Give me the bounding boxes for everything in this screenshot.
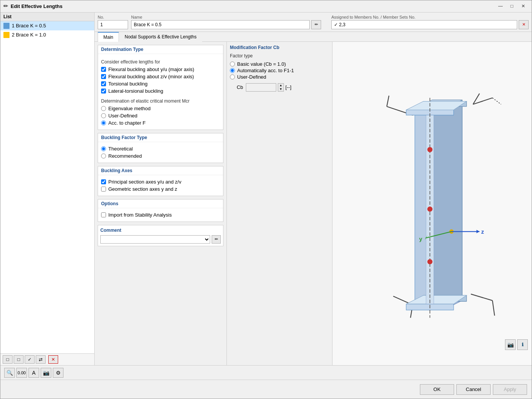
cancel-button[interactable]: Cancel bbox=[456, 384, 491, 395]
dialog-body: List 1 Brace K = 0.5 2 Brace K = 1.0 □ bbox=[0, 13, 532, 399]
radio-basic-value-input[interactable] bbox=[230, 62, 235, 66]
radio-acc-chapter-input[interactable] bbox=[101, 120, 106, 125]
maximize-button[interactable]: □ bbox=[507, 2, 517, 10]
modification-factor-section: Modification Factor Cb Factor type Basic… bbox=[227, 42, 332, 365]
comment-section: Comment ✏ bbox=[98, 225, 223, 246]
radio-user-defined-input[interactable] bbox=[101, 113, 106, 118]
check-geometric-axes-label: Geometric section axes y and z bbox=[108, 186, 177, 192]
ok-button[interactable]: OK bbox=[420, 384, 454, 395]
consider-label: Consider effective lengths for bbox=[101, 59, 220, 65]
list-copy-button[interactable]: □ bbox=[14, 355, 24, 364]
titlebar: ✏ Edit Effective Lengths — □ ✕ bbox=[0, 0, 532, 13]
list-item-icon-blue bbox=[3, 23, 10, 29]
check-torsional: Torsional buckling bbox=[101, 80, 220, 87]
dialog-footer: OK Cancel Apply bbox=[0, 380, 532, 399]
bottom-app-bar: 🔍 0.00 A 📷 ⚙ bbox=[0, 365, 532, 380]
svg-text:z: z bbox=[481, 229, 484, 235]
tab-content: Determination Type Consider effective le… bbox=[95, 42, 532, 365]
comment-select[interactable] bbox=[100, 235, 210, 244]
settings-button[interactable]: ⚙ bbox=[53, 368, 63, 378]
check-label-lateral: Lateral-torsional buckling bbox=[108, 88, 163, 94]
beam-svg: y z bbox=[332, 42, 532, 365]
assigned-input[interactable] bbox=[331, 20, 517, 29]
svg-point-24 bbox=[428, 206, 433, 212]
check-label-flexural-y: Flexural buckling about y/u (major axis) bbox=[108, 66, 194, 72]
checkbox-flexural-z[interactable] bbox=[101, 74, 106, 79]
list-add-button[interactable]: □ bbox=[3, 355, 13, 364]
check-label-flexural-z: Flexural buckling about z/v (minor axis) bbox=[108, 74, 194, 79]
font-button[interactable]: A bbox=[28, 368, 39, 378]
screenshot-button[interactable]: 📷 bbox=[41, 368, 51, 378]
name-input[interactable] bbox=[131, 20, 310, 29]
radio-eigenvalue-label: Eigenvalue method bbox=[108, 106, 150, 111]
check-label-torsional: Torsional buckling bbox=[108, 81, 147, 87]
checkbox-flexural-y[interactable] bbox=[101, 67, 106, 72]
list-item[interactable]: 2 Brace K = 1.0 bbox=[0, 30, 94, 40]
tab-main[interactable]: Main bbox=[98, 32, 119, 42]
view-toolbar: 📷 ℹ bbox=[505, 339, 528, 350]
list-item-label: 1 Brace K = 0.5 bbox=[12, 23, 46, 28]
list-delete-button[interactable]: ✕ bbox=[48, 355, 58, 364]
check-principal-axes-label: Principal section axes y/u and z/v bbox=[108, 179, 181, 185]
checkbox-import-stability[interactable] bbox=[101, 212, 106, 217]
radio-user-defined-label: User-Defined bbox=[108, 113, 138, 119]
check-principal-axes: Principal section axes y/u and z/v bbox=[101, 178, 220, 185]
cb-value-input[interactable] bbox=[246, 83, 276, 92]
cb-spin-up[interactable]: ▲ bbox=[278, 84, 283, 87]
radio-user-defined-cb-input[interactable] bbox=[230, 74, 235, 79]
check-lateral: Lateral-torsional buckling bbox=[101, 87, 220, 95]
list-item-icon-yellow bbox=[3, 32, 10, 38]
minimize-button[interactable]: — bbox=[495, 2, 506, 10]
view-screenshot-button[interactable]: 📷 bbox=[505, 339, 516, 350]
cb-spinner[interactable]: ▲ ▼ bbox=[278, 83, 284, 92]
name-edit-button[interactable]: ✏ bbox=[311, 20, 321, 29]
comment-title: Comment bbox=[100, 228, 221, 233]
close-button[interactable]: ✕ bbox=[518, 2, 529, 10]
svg-text:y: y bbox=[419, 236, 423, 242]
determination-type-box: Determination Type Consider effective le… bbox=[98, 45, 223, 130]
radio-user-defined-cb-label: User-Defined bbox=[237, 74, 266, 80]
tab-nodal[interactable]: Nodal Supports & Effective Lengths bbox=[119, 32, 202, 42]
mod-factor-title: Modification Factor Cb bbox=[230, 45, 329, 50]
app-icon: ✏ bbox=[3, 3, 8, 10]
radio-eigenvalue-input[interactable] bbox=[101, 106, 106, 111]
radio-recommended-input[interactable] bbox=[101, 154, 106, 158]
checkbox-geometric-axes[interactable] bbox=[101, 187, 106, 192]
search-button[interactable]: 🔍 bbox=[4, 368, 15, 378]
buckling-factor-box: Buckling Factor Type Theoretical Recomme… bbox=[98, 133, 223, 163]
radio-theoretical: Theoretical bbox=[101, 145, 220, 152]
dialog-title: Edit Effective Lengths bbox=[11, 3, 493, 9]
svg-marker-12 bbox=[432, 100, 462, 301]
buckling-axes-title: Buckling Axes bbox=[98, 166, 223, 175]
radio-auto-acc-input[interactable] bbox=[230, 68, 235, 73]
cb-spin-down[interactable]: ▼ bbox=[278, 87, 283, 91]
factor-type-label: Factor type bbox=[230, 53, 329, 59]
radio-recommended: Recommended bbox=[101, 152, 220, 160]
comment-edit-button[interactable]: ✏ bbox=[212, 235, 221, 244]
cb-label: Cb bbox=[237, 84, 244, 90]
list-renumber-button[interactable]: ⇄ bbox=[36, 355, 46, 364]
list-header: List bbox=[0, 13, 94, 21]
list-panel: List 1 Brace K = 0.5 2 Brace K = 1.0 □ bbox=[0, 13, 95, 365]
view-info-button[interactable]: ℹ bbox=[517, 339, 528, 350]
list-area: 1 Brace K = 0.5 2 Brace K = 1.0 bbox=[0, 21, 94, 187]
checkbox-torsional[interactable] bbox=[101, 81, 106, 86]
apply-button[interactable]: Apply bbox=[493, 384, 527, 395]
list-check-button[interactable]: ✓ bbox=[25, 355, 35, 364]
checkbox-principal-axes[interactable] bbox=[101, 179, 106, 184]
check-import-stability-label: Import from Stability Analysis bbox=[108, 212, 172, 218]
check-flexural-z: Flexural buckling about z/v (minor axis) bbox=[101, 73, 220, 80]
cb-unit: [--] bbox=[285, 84, 291, 90]
list-item[interactable]: 1 Brace K = 0.5 bbox=[0, 21, 94, 30]
radio-theoretical-input[interactable] bbox=[101, 146, 106, 151]
assigned-clear-button[interactable]: ✕ bbox=[519, 20, 529, 29]
options-box: Options Import from Stability Analysis bbox=[98, 199, 223, 222]
checkbox-lateral[interactable] bbox=[101, 89, 106, 93]
assigned-group: Assigned to Members No. / Member Sets No… bbox=[331, 15, 529, 29]
radio-recommended-label: Recommended bbox=[108, 153, 142, 159]
decimal-button[interactable]: 0.00 bbox=[16, 368, 27, 378]
check-geometric-axes: Geometric section axes y and z bbox=[101, 185, 220, 193]
no-input[interactable] bbox=[98, 20, 128, 29]
radio-user-defined-cb: User-Defined bbox=[230, 74, 329, 80]
cb-input-row: Cb ▲ ▼ [--] bbox=[230, 82, 329, 92]
